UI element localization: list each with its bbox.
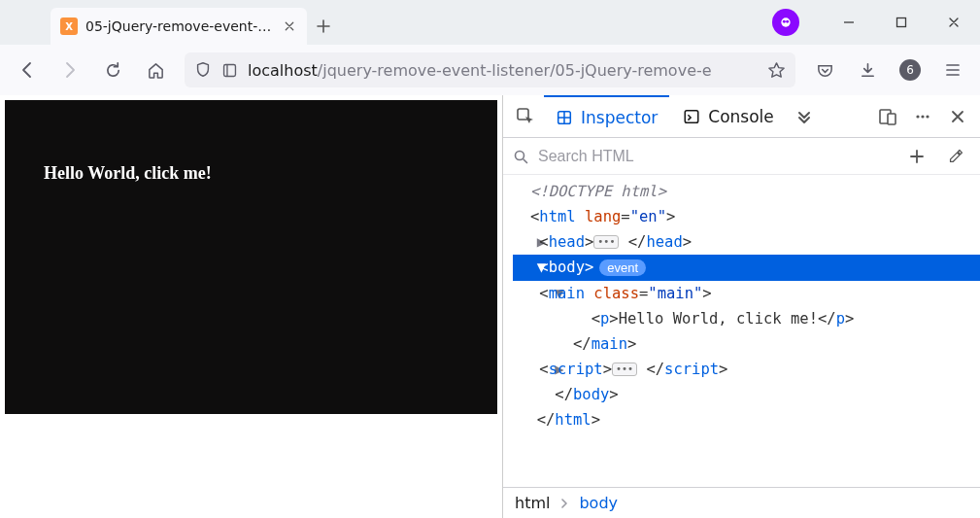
kebab-menu-icon[interactable] — [906, 95, 939, 138]
tree-main-open[interactable]: ▼ <main class="main"> — [513, 281, 980, 306]
bookmark-star-icon[interactable] — [767, 61, 786, 80]
tree-main-close[interactable]: </main> — [513, 331, 980, 357]
crumb-body[interactable]: body — [579, 494, 618, 512]
chevron-right-icon — [559, 499, 569, 508]
eyedropper-icon[interactable] — [941, 148, 970, 164]
page-info-icon[interactable] — [221, 62, 238, 79]
svg-point-2 — [786, 20, 789, 23]
tree-doctype[interactable]: <!DOCTYPE html> — [513, 179, 980, 204]
more-tabs-icon[interactable] — [788, 95, 821, 138]
xampp-favicon-icon: X — [60, 17, 78, 35]
url-text: localhost/jquery-remove-event-listener/0… — [248, 61, 758, 80]
breadcrumb: html body — [503, 487, 980, 518]
close-window-button[interactable] — [928, 0, 980, 45]
new-tab-button[interactable] — [307, 8, 340, 45]
devtools-panel: Inspector Console <!DOCTYPE html> <html … — [502, 95, 980, 518]
tab-console[interactable]: Console — [671, 95, 786, 138]
crumb-html[interactable]: html — [515, 494, 550, 512]
back-button[interactable] — [8, 51, 47, 89]
page-body[interactable]: Hello World, click me! — [5, 100, 497, 414]
devtools-tabbar: Inspector Console — [503, 95, 980, 138]
svg-point-11 — [921, 115, 924, 118]
extension-icon[interactable] — [772, 9, 799, 36]
tree-head[interactable]: ▶ <head>••• </head> — [513, 229, 980, 255]
svg-rect-7 — [686, 110, 699, 122]
tab-console-label: Console — [708, 107, 774, 126]
downloads-icon[interactable] — [848, 51, 887, 89]
svg-rect-3 — [897, 18, 906, 27]
tabstrip-lead — [0, 0, 51, 45]
svg-point-10 — [916, 115, 919, 118]
pick-element-icon[interactable] — [509, 95, 542, 138]
close-devtools-icon[interactable] — [941, 95, 974, 138]
tree-html-open[interactable]: <html lang="en"> — [513, 204, 980, 229]
browser-tab[interactable]: X 05-jQuery-remove-event-listene — [51, 8, 307, 45]
close-tab-icon[interactable] — [282, 18, 297, 34]
address-bar[interactable]: localhost/jquery-remove-event-listener/0… — [185, 52, 795, 87]
tree-body-open[interactable]: ▼ <body>event — [513, 255, 980, 281]
search-html-input[interactable] — [538, 148, 893, 165]
minimize-button[interactable] — [823, 0, 875, 45]
pocket-icon[interactable] — [805, 51, 844, 89]
tab-inspector-label: Inspector — [581, 108, 658, 127]
svg-rect-9 — [888, 114, 896, 124]
tree-body-close[interactable]: </body> — [513, 382, 980, 407]
svg-rect-4 — [224, 64, 236, 76]
shield-icon[interactable] — [194, 61, 212, 79]
account-icon[interactable]: 6 — [891, 51, 929, 89]
app-menu-icon[interactable] — [933, 51, 972, 89]
tree-script[interactable]: ▶ <script>••• </script> — [513, 357, 980, 382]
page-text[interactable]: Hello World, click me! — [44, 163, 212, 183]
responsive-mode-icon[interactable] — [871, 95, 904, 138]
tree-p[interactable]: <p>Hello World, click me!</p> — [513, 306, 980, 331]
maximize-button[interactable] — [875, 0, 928, 45]
tree-html-close[interactable]: </html> — [513, 407, 980, 432]
page-viewport: Hello World, click me! — [0, 95, 502, 518]
tab-inspector[interactable]: Inspector — [544, 95, 669, 138]
svg-point-13 — [516, 151, 524, 159]
dom-tree[interactable]: <!DOCTYPE html> <html lang="en"> ▶ <head… — [503, 175, 980, 487]
forward-button[interactable] — [51, 51, 89, 89]
tab-title: 05-jQuery-remove-event-listene — [85, 18, 274, 34]
search-icon — [513, 149, 528, 164]
browser-toolbar: localhost/jquery-remove-event-listener/0… — [0, 45, 980, 95]
create-node-icon[interactable] — [902, 149, 931, 164]
window-controls — [772, 0, 980, 45]
home-button[interactable] — [136, 51, 175, 89]
svg-point-12 — [926, 115, 929, 118]
svg-point-0 — [781, 17, 790, 26]
reload-button[interactable] — [93, 51, 132, 89]
svg-point-1 — [783, 20, 786, 23]
devtools-search-row — [503, 138, 980, 175]
